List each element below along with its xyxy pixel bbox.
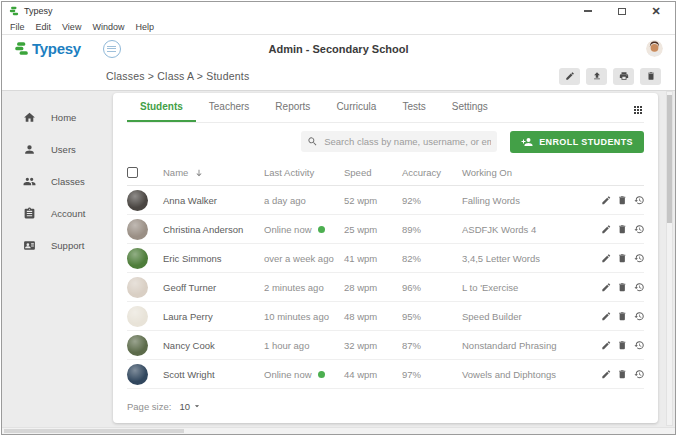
tab-tests[interactable]: Tests bbox=[389, 93, 438, 122]
edit-student-icon[interactable] bbox=[601, 282, 612, 293]
edit-student-icon[interactable] bbox=[601, 253, 612, 264]
speed-value: 41 wpm bbox=[344, 253, 402, 264]
table-row[interactable]: Geoff Turner 2 minutes ago 28 wpm 96% L … bbox=[127, 273, 644, 302]
tab-settings[interactable]: Settings bbox=[439, 93, 501, 122]
student-name: Geoff Turner bbox=[163, 282, 264, 293]
breadcrumb[interactable]: Classes > Class A > Students bbox=[106, 70, 249, 82]
horizontal-scrollbar-thumb[interactable] bbox=[4, 429, 184, 433]
edit-student-icon[interactable] bbox=[601, 195, 612, 206]
menu-view[interactable]: View bbox=[62, 22, 81, 32]
tab-reports[interactable]: Reports bbox=[262, 93, 323, 122]
history-icon[interactable] bbox=[634, 195, 645, 206]
page-size-select[interactable]: 10 bbox=[179, 401, 202, 412]
horizontal-scrollbar[interactable] bbox=[2, 427, 675, 434]
history-icon[interactable] bbox=[634, 253, 645, 264]
maximize-icon[interactable] bbox=[616, 5, 628, 17]
table-row[interactable]: Eric Simmons over a week ago 41 wpm 82% … bbox=[127, 244, 644, 273]
menu-edit[interactable]: Edit bbox=[36, 22, 52, 32]
sidebar-item-classes[interactable]: Classes bbox=[2, 165, 109, 197]
column-header-accuracy[interactable]: Accuracy bbox=[402, 167, 462, 178]
sidebar-item-home[interactable]: Home bbox=[2, 101, 109, 133]
delete-student-icon[interactable] bbox=[617, 311, 628, 322]
vertical-scrollbar[interactable] bbox=[666, 91, 673, 426]
history-icon[interactable] bbox=[634, 311, 645, 322]
sidebar-item-support[interactable]: Support bbox=[2, 229, 109, 261]
delete-student-icon[interactable] bbox=[617, 195, 628, 206]
column-header-name[interactable]: Name bbox=[163, 167, 188, 178]
last-activity: a day ago bbox=[264, 195, 344, 206]
clipboard-icon bbox=[23, 207, 36, 220]
window-title: Typesy bbox=[24, 6, 53, 16]
search-box[interactable] bbox=[301, 131, 497, 152]
window-titlebar[interactable]: Typesy ✕ bbox=[2, 2, 675, 20]
accuracy-value: 96% bbox=[402, 282, 462, 293]
search-input[interactable] bbox=[324, 136, 491, 147]
tab-curricula[interactable]: Curricula bbox=[323, 93, 389, 122]
search-row: ENROLL STUDENTS bbox=[127, 123, 644, 160]
tab-students[interactable]: Students bbox=[127, 93, 196, 122]
vertical-scrollbar-thumb[interactable] bbox=[667, 95, 672, 223]
delete-student-icon[interactable] bbox=[617, 224, 628, 235]
close-icon[interactable]: ✕ bbox=[650, 5, 662, 17]
upload-button[interactable] bbox=[586, 68, 607, 85]
table-row[interactable]: Anna Walker a day ago 52 wpm 92% Falling… bbox=[127, 186, 644, 215]
working-on-value: Nonstandard Phrasing bbox=[462, 340, 596, 351]
column-header-last-activity[interactable]: Last Activity bbox=[264, 167, 344, 178]
person-add-icon bbox=[521, 136, 533, 148]
delete-student-icon[interactable] bbox=[617, 253, 628, 264]
working-on-value: ASDFJK Words 4 bbox=[462, 224, 596, 235]
table-row[interactable]: Nancy Cook 1 hour ago 32 wpm 87% Nonstan… bbox=[127, 331, 644, 360]
edit-student-icon[interactable] bbox=[601, 311, 612, 322]
contact-card-icon bbox=[23, 239, 36, 252]
minimize-icon[interactable] bbox=[582, 5, 594, 17]
last-activity: Online now bbox=[264, 369, 344, 380]
student-name: Scott Wright bbox=[163, 369, 264, 380]
edit-student-icon[interactable] bbox=[601, 340, 612, 351]
menu-window[interactable]: Window bbox=[92, 22, 124, 32]
menu-file[interactable]: File bbox=[10, 22, 25, 32]
sidebar-item-users[interactable]: Users bbox=[2, 133, 109, 165]
student-table-body: Anna Walker a day ago 52 wpm 92% Falling… bbox=[127, 186, 644, 389]
main-body: Home Users Classes Account Support bbox=[2, 91, 675, 428]
edit-student-icon[interactable] bbox=[601, 369, 612, 380]
student-name: Christina Anderson bbox=[163, 224, 264, 235]
history-icon[interactable] bbox=[634, 224, 645, 235]
last-activity-text: 1 hour ago bbox=[264, 340, 309, 351]
column-header-speed[interactable]: Speed bbox=[344, 167, 402, 178]
enroll-students-button[interactable]: ENROLL STUDENTS bbox=[510, 131, 644, 153]
column-header-working-on[interactable]: Working On bbox=[462, 167, 596, 178]
history-icon[interactable] bbox=[634, 340, 645, 351]
tab-teachers[interactable]: Teachers bbox=[196, 93, 263, 122]
window-controls: ✕ bbox=[582, 5, 668, 17]
working-on-value: Falling Words bbox=[462, 195, 596, 206]
select-all-checkbox[interactable] bbox=[127, 167, 138, 178]
grid-view-icon[interactable] bbox=[632, 102, 644, 114]
accuracy-value: 82% bbox=[402, 253, 462, 264]
user-icon bbox=[23, 143, 36, 156]
last-activity-text: 2 minutes ago bbox=[264, 282, 324, 293]
delete-class-button[interactable] bbox=[640, 68, 661, 85]
online-indicator bbox=[318, 226, 325, 233]
online-indicator bbox=[318, 371, 325, 378]
history-icon[interactable] bbox=[634, 369, 645, 380]
accuracy-value: 92% bbox=[402, 195, 462, 206]
user-avatar[interactable] bbox=[646, 40, 663, 57]
table-row[interactable]: Christina Anderson Online now 25 wpm 89%… bbox=[127, 215, 644, 244]
print-button[interactable] bbox=[613, 68, 634, 85]
delete-student-icon[interactable] bbox=[617, 369, 628, 380]
menu-help[interactable]: Help bbox=[135, 22, 154, 32]
student-name: Eric Simmons bbox=[163, 253, 264, 264]
edit-class-button[interactable] bbox=[559, 68, 580, 85]
history-icon[interactable] bbox=[634, 282, 645, 293]
working-on-value: Speed Builder bbox=[462, 311, 596, 322]
sidebar-item-account[interactable]: Account bbox=[2, 197, 109, 229]
table-row[interactable]: Scott Wright Online now 44 wpm 97% Vowel… bbox=[127, 360, 644, 389]
edit-student-icon[interactable] bbox=[601, 224, 612, 235]
delete-student-icon[interactable] bbox=[617, 340, 628, 351]
last-activity-text: over a week ago bbox=[264, 253, 334, 264]
sort-descending-icon[interactable] bbox=[194, 168, 204, 178]
table-row[interactable]: Laura Perry 10 minutes ago 48 wpm 95% Sp… bbox=[127, 302, 644, 331]
app-window: Typesy ✕ File Edit View Window Help Type… bbox=[1, 1, 676, 435]
accuracy-value: 89% bbox=[402, 224, 462, 235]
delete-student-icon[interactable] bbox=[617, 282, 628, 293]
